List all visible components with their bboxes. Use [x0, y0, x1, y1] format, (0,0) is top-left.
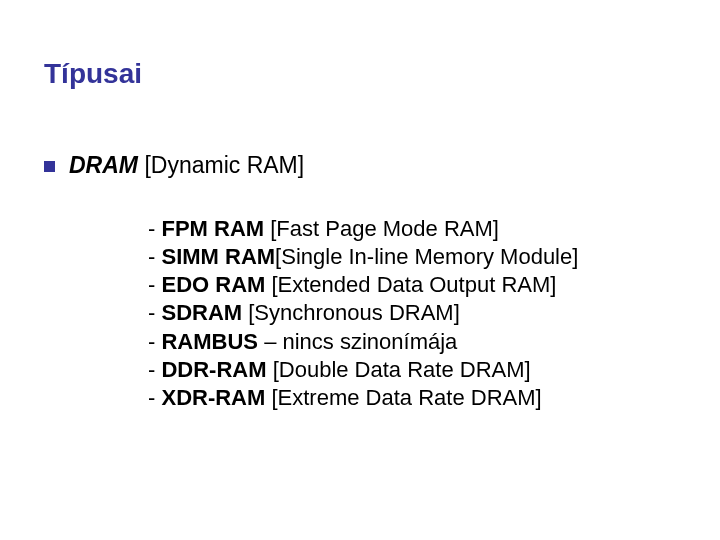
dash-icon: -: [148, 357, 161, 382]
list-item: - SIMM RAM[Single In-line Memory Module]: [148, 243, 676, 271]
item-name: DDR-RAM: [161, 357, 266, 382]
square-bullet-icon: [44, 161, 55, 172]
dash-icon: -: [148, 329, 161, 354]
item-desc: [Synchronous DRAM]: [248, 300, 460, 325]
item-sep: –: [258, 329, 282, 354]
item-name: SIMM RAM: [161, 244, 275, 269]
item-name: RAMBUS: [161, 329, 258, 354]
slide: Típusai DRAM [Dynamic RAM] - FPM RAM [Fa…: [0, 0, 720, 412]
item-name: EDO RAM: [161, 272, 265, 297]
item-name: FPM RAM: [161, 216, 264, 241]
topic-desc: [Dynamic RAM]: [144, 152, 304, 178]
list-item: - RAMBUS – nincs szinonímája: [148, 328, 676, 356]
list-item: - XDR-RAM [Extreme Data Rate DRAM]: [148, 384, 676, 412]
item-desc: [Extended Data Output RAM]: [271, 272, 556, 297]
topic-name: DRAM: [69, 152, 138, 178]
list-item: - SDRAM [Synchronous DRAM]: [148, 299, 676, 327]
dash-icon: -: [148, 300, 161, 325]
list-item: - EDO RAM [Extended Data Output RAM]: [148, 271, 676, 299]
item-desc: nincs szinonímája: [282, 329, 457, 354]
item-desc: [Single In-line Memory Module]: [275, 244, 578, 269]
item-desc: [Extreme Data Rate DRAM]: [271, 385, 541, 410]
item-desc: [Double Data Rate DRAM]: [273, 357, 531, 382]
list-item: - FPM RAM [Fast Page Mode RAM]: [148, 215, 676, 243]
list-item: - DDR-RAM [Double Data Rate DRAM]: [148, 356, 676, 384]
slide-title: Típusai: [44, 58, 676, 90]
dash-icon: -: [148, 216, 161, 241]
dash-icon: -: [148, 244, 161, 269]
bullet-text: DRAM [Dynamic RAM]: [69, 152, 304, 179]
dash-icon: -: [148, 272, 161, 297]
item-name: XDR-RAM: [161, 385, 265, 410]
item-desc: [Fast Page Mode RAM]: [270, 216, 499, 241]
sub-list: - FPM RAM [Fast Page Mode RAM] - SIMM RA…: [148, 215, 676, 412]
bullet-item: DRAM [Dynamic RAM]: [44, 152, 676, 179]
dash-icon: -: [148, 385, 161, 410]
item-name: SDRAM: [161, 300, 242, 325]
